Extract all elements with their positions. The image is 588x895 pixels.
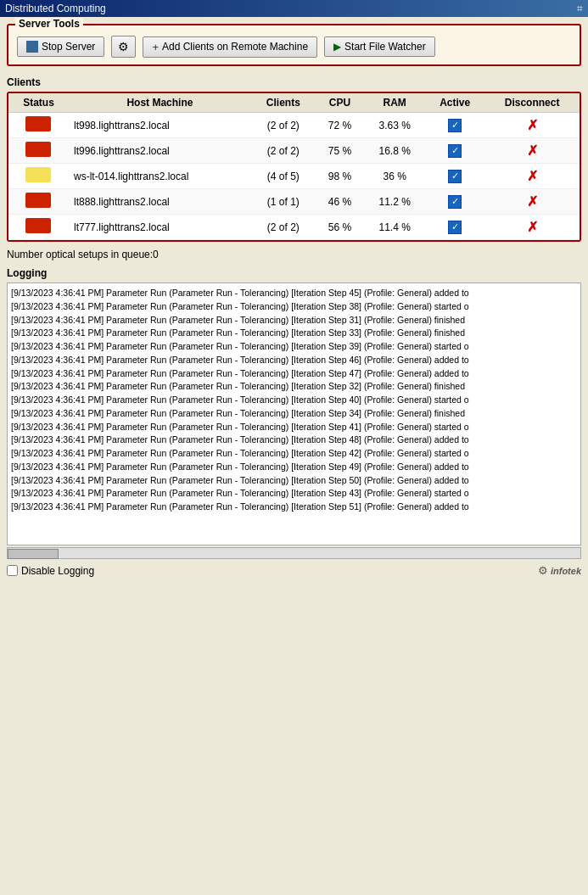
disconnect-button[interactable]: ✗ <box>527 118 538 132</box>
host-cell: lt888.lighttrans2.local <box>69 189 251 215</box>
active-checkbox[interactable]: ✓ <box>448 195 462 209</box>
scrollbar-area[interactable] <box>7 547 581 559</box>
log-entry: [9/13/2023 4:36:41 PM] Parameter Run (Pa… <box>11 394 577 407</box>
disable-logging-checkbox[interactable] <box>7 565 18 576</box>
title-bar: Distributed Computing ⌗ <box>0 0 588 17</box>
disconnect-button[interactable]: ✗ <box>527 220 538 234</box>
start-file-watcher-label: Start File Watcher <box>344 41 426 53</box>
disconnect-cell[interactable]: ✗ <box>484 138 580 164</box>
log-entry: [9/13/2023 4:36:41 PM] Parameter Run (Pa… <box>11 474 577 488</box>
footer-logo: ⚙ infotek <box>538 564 581 577</box>
status-cell <box>8 164 69 189</box>
disable-logging-label[interactable]: Disable Logging <box>7 565 94 577</box>
cpu-cell: 72 % <box>316 113 364 138</box>
status-indicator <box>25 142 51 157</box>
queue-label: Number optical setups in queue:0 <box>7 249 159 260</box>
add-clients-label: Add Clients on Remote Machine <box>162 41 308 53</box>
disconnect-cell[interactable]: ✗ <box>484 189 580 215</box>
table-row: lt888.lighttrans2.local(1 of 1)46 %11.2 … <box>8 189 580 215</box>
disconnect-button[interactable]: ✗ <box>527 143 538 158</box>
col-disconnect: Disconnect <box>484 93 580 113</box>
log-entry: [9/13/2023 4:36:41 PM] Parameter Run (Pa… <box>11 314 577 327</box>
col-cpu: CPU <box>316 93 364 113</box>
table-row: lt777.lighttrans2.local(2 of 2)56 %11.4 … <box>8 215 580 240</box>
stop-icon <box>26 41 38 53</box>
disconnect-cell[interactable]: ✗ <box>484 215 580 240</box>
host-cell: lt998.lighttrans2.local <box>69 113 251 138</box>
table-row: ws-lt-014.lighttrans2.local(4 of 5)98 %3… <box>8 164 580 189</box>
cpu-cell: 56 % <box>316 215 364 240</box>
log-entry: [9/13/2023 4:36:41 PM] Parameter Run (Pa… <box>11 327 577 340</box>
clients-table-wrapper: Status Host Machine Clients CPU RAM Acti… <box>7 92 581 242</box>
log-entry: [9/13/2023 4:36:41 PM] Parameter Run (Pa… <box>11 380 577 394</box>
clients-tbody: lt998.lighttrans2.local(2 of 2)72 %3.63 … <box>8 113 580 240</box>
ram-cell: 11.2 % <box>364 189 425 215</box>
start-file-watcher-button[interactable]: ▶ Start File Watcher <box>324 36 435 57</box>
clients-table-header: Status Host Machine Clients CPU RAM Acti… <box>8 93 580 113</box>
log-entry: [9/13/2023 4:36:41 PM] Parameter Run (Pa… <box>11 300 577 314</box>
table-row: lt998.lighttrans2.local(2 of 2)72 %3.63 … <box>8 113 580 138</box>
clients-cell: (2 of 2) <box>251 113 316 138</box>
clients-cell: (2 of 2) <box>251 215 316 240</box>
logging-section: Logging [9/13/2023 4:36:41 PM] Parameter… <box>7 267 581 577</box>
active-checkbox[interactable]: ✓ <box>448 221 462 234</box>
active-checkbox[interactable]: ✓ <box>448 144 462 158</box>
host-cell: lt996.lighttrans2.local <box>69 138 251 164</box>
ram-cell: 3.63 % <box>364 113 425 138</box>
status-indicator <box>25 218 51 233</box>
status-cell <box>8 138 69 164</box>
log-entry: [9/13/2023 4:36:41 PM] Parameter Run (Pa… <box>11 407 577 421</box>
status-indicator <box>25 167 51 182</box>
disconnect-button[interactable]: ✗ <box>527 169 538 183</box>
pin-icon[interactable]: ⌗ <box>577 3 583 14</box>
log-entry: [9/13/2023 4:36:41 PM] Parameter Run (Pa… <box>11 447 577 461</box>
log-entry: [9/13/2023 4:36:41 PM] Parameter Run (Pa… <box>11 287 577 300</box>
active-checkbox[interactable]: ✓ <box>448 119 462 132</box>
log-entry: [9/13/2023 4:36:41 PM] Parameter Run (Pa… <box>11 434 577 447</box>
log-entry: [9/13/2023 4:36:41 PM] Parameter Run (Pa… <box>11 421 577 434</box>
active-cell[interactable]: ✓ <box>425 189 484 215</box>
server-tools-group: Server Tools Stop Server ⚙ + Add Clients… <box>7 24 581 66</box>
clients-section-label: Clients <box>7 76 581 88</box>
logging-box[interactable]: [9/13/2023 4:36:41 PM] Parameter Run (Pa… <box>7 282 581 545</box>
logo-text: infotek <box>551 566 581 576</box>
queue-info: Number optical setups in queue:0 <box>7 249 581 260</box>
active-cell[interactable]: ✓ <box>425 138 484 164</box>
clients-table: Status Host Machine Clients CPU RAM Acti… <box>8 93 580 240</box>
log-entry: [9/13/2023 4:36:41 PM] Parameter Run (Pa… <box>11 501 577 514</box>
disconnect-cell[interactable]: ✗ <box>484 113 580 138</box>
status-cell <box>8 113 69 138</box>
scrollbar-thumb[interactable] <box>8 549 59 559</box>
logging-section-label: Logging <box>7 267 581 279</box>
status-indicator <box>25 116 51 131</box>
ram-cell: 16.8 % <box>364 138 425 164</box>
disable-logging-text: Disable Logging <box>21 565 94 577</box>
col-active: Active <box>425 93 484 113</box>
log-entry: [9/13/2023 4:36:41 PM] Parameter Run (Pa… <box>11 354 577 367</box>
log-entry: [9/13/2023 4:36:41 PM] Parameter Run (Pa… <box>11 487 577 501</box>
col-status: Status <box>8 93 69 113</box>
log-entry: [9/13/2023 4:36:41 PM] Parameter Run (Pa… <box>11 461 577 474</box>
disconnect-cell[interactable]: ✗ <box>484 164 580 189</box>
active-cell[interactable]: ✓ <box>425 113 484 138</box>
stop-server-label: Stop Server <box>42 41 95 53</box>
main-content: Server Tools Stop Server ⚙ + Add Clients… <box>0 17 588 895</box>
active-checkbox[interactable]: ✓ <box>448 170 462 183</box>
active-cell[interactable]: ✓ <box>425 215 484 240</box>
add-icon: + <box>152 41 159 53</box>
ram-cell: 36 % <box>364 164 425 189</box>
active-cell[interactable]: ✓ <box>425 164 484 189</box>
play-icon: ▶ <box>333 41 341 53</box>
log-entry: [9/13/2023 4:36:41 PM] Parameter Run (Pa… <box>11 367 577 381</box>
disconnect-button[interactable]: ✗ <box>527 194 538 209</box>
gear-button[interactable]: ⚙ <box>111 36 136 58</box>
logo-gear-icon: ⚙ <box>538 564 548 577</box>
cpu-cell: 75 % <box>316 138 364 164</box>
add-clients-button[interactable]: + Add Clients on Remote Machine <box>143 36 317 58</box>
clients-cell: (2 of 2) <box>251 138 316 164</box>
table-row: lt996.lighttrans2.local(2 of 2)75 %16.8 … <box>8 138 580 164</box>
status-cell <box>8 189 69 215</box>
col-clients: Clients <box>251 93 316 113</box>
stop-server-button[interactable]: Stop Server <box>17 36 104 57</box>
clients-cell: (4 of 5) <box>251 164 316 189</box>
